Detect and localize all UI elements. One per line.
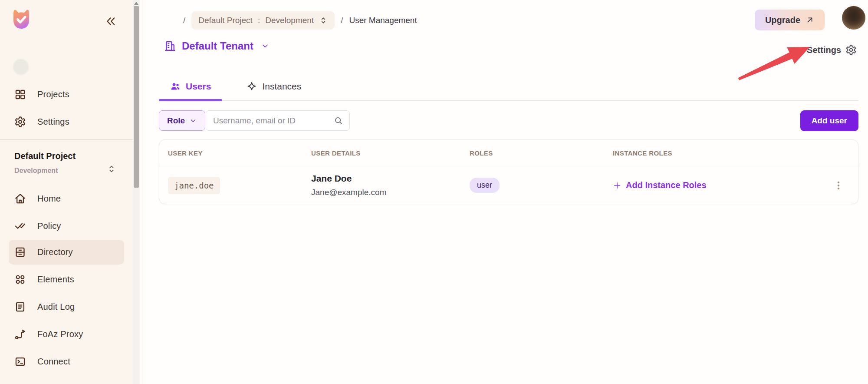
- app-logo-icon[interactable]: [10, 7, 33, 30]
- add-instance-roles-label: Add Instance Roles: [626, 180, 707, 190]
- home-icon: [14, 193, 26, 205]
- add-instance-roles-button[interactable]: Add Instance Roles: [613, 180, 831, 190]
- tab-label: Instances: [262, 81, 301, 92]
- sidebar-item-home[interactable]: Home: [0, 185, 133, 212]
- sidebar-item-label: Audit Log: [37, 302, 75, 312]
- filter-bar: Role Add user: [159, 110, 858, 131]
- users-icon: [170, 81, 181, 92]
- double-check-icon: [14, 220, 26, 232]
- sparkle-icon: [247, 81, 257, 92]
- table-header-row: USER KEY USER DETAILS ROLES INSTANCE ROL…: [159, 140, 858, 166]
- sidebar-item-foaz-proxy[interactable]: FoAz Proxy: [0, 321, 133, 348]
- unfold-icon[interactable]: [107, 164, 116, 174]
- arrow-up-right-icon: [806, 16, 814, 24]
- settings-label: Settings: [807, 45, 841, 55]
- scrollbar-thumb[interactable]: [134, 6, 139, 188]
- cabinet-icon: [14, 246, 26, 258]
- sidebar-item-policy[interactable]: Policy: [0, 212, 133, 240]
- sidebar-org-nav: Projects Settings: [0, 81, 133, 136]
- sidebar-collapse-button[interactable]: [104, 15, 117, 28]
- search-icon: [334, 116, 343, 126]
- user-email: Jane@example.com: [311, 188, 470, 197]
- sidebar-item-settings[interactable]: Settings: [0, 108, 133, 136]
- column-header-user-key: USER KEY: [168, 149, 311, 157]
- search-input[interactable]: [206, 116, 334, 126]
- table-row: jane.doe Jane Doe Jane@example.com user …: [159, 166, 858, 204]
- user-key-chip[interactable]: jane.doe: [168, 177, 220, 194]
- grid-icon: [14, 89, 26, 100]
- scroll-up-arrow-icon[interactable]: [134, 2, 138, 5]
- row-actions-menu-icon[interactable]: [831, 178, 846, 193]
- sidebar-item-audit-log[interactable]: Audit Log: [0, 293, 133, 321]
- main-content: / Default Project : Development / User M…: [142, 0, 868, 384]
- tenant-selector[interactable]: Default Tenant: [164, 40, 270, 52]
- avatar-image: [842, 6, 865, 30]
- tab-label: Users: [186, 81, 211, 92]
- sidebar-project-nav: Home Policy Directory Elements Audit Log…: [0, 185, 133, 375]
- project-name: Default Project: [14, 151, 120, 161]
- user-search: [206, 110, 350, 131]
- breadcrumb-project-env-selector[interactable]: Default Project : Development: [191, 11, 335, 30]
- sidebar-scrollbar[interactable]: [133, 0, 140, 384]
- tab-users[interactable]: Users: [159, 72, 222, 100]
- chevrons-left-icon: [104, 15, 117, 28]
- sidebar-item-projects[interactable]: Projects: [0, 81, 133, 108]
- upgrade-button[interactable]: Upgrade: [755, 10, 825, 30]
- sidebar-item-label: Home: [37, 194, 61, 204]
- role-badge[interactable]: user: [470, 178, 500, 193]
- chevron-down-icon: [189, 117, 197, 125]
- terminal-icon: [14, 356, 26, 367]
- breadcrumb-slash: /: [341, 16, 343, 25]
- column-header-user-details: USER DETAILS: [311, 149, 470, 157]
- user-name: Jane Doe: [311, 173, 470, 184]
- environment-name: Development: [14, 167, 120, 175]
- tab-instances[interactable]: Instances: [235, 72, 312, 100]
- settings-link[interactable]: Settings: [807, 44, 857, 56]
- sidebar-item-label: Policy: [37, 221, 61, 231]
- unfold-icon: [319, 16, 328, 25]
- sidebar-item-connect[interactable]: Connect: [0, 348, 133, 375]
- upgrade-label: Upgrade: [765, 15, 800, 25]
- sidebar-divider: [0, 139, 133, 140]
- audit-log-icon: [14, 301, 26, 313]
- sidebar-item-label: Directory: [37, 247, 73, 257]
- gear-icon: [845, 44, 857, 56]
- project-switcher[interactable]: Default Project Development: [14, 151, 120, 175]
- tenant-name: Default Tenant: [182, 40, 253, 52]
- role-filter-label: Role: [167, 116, 185, 126]
- add-user-button[interactable]: Add user: [800, 110, 858, 131]
- breadcrumb-slash: /: [183, 16, 185, 25]
- column-header-instance-roles: INSTANCE ROLES: [613, 149, 831, 157]
- sidebar: Projects Settings Default Project Develo…: [0, 0, 133, 384]
- gear-icon: [14, 116, 26, 128]
- breadcrumb: / Default Project : Development / User M…: [183, 10, 417, 30]
- sidebar-item-label: Projects: [37, 89, 69, 99]
- column-header-roles: ROLES: [470, 149, 613, 157]
- route-icon: [14, 328, 26, 340]
- breadcrumb-project: Default Project: [198, 16, 253, 25]
- breadcrumb-separator: :: [258, 16, 260, 25]
- breadcrumb-section: User Management: [349, 16, 417, 25]
- user-avatar[interactable]: [842, 6, 865, 30]
- tab-bar: Users Instances: [159, 72, 858, 101]
- sidebar-item-label: Settings: [37, 117, 69, 127]
- plus-icon: [613, 181, 621, 190]
- breadcrumb-environment: Development: [265, 16, 314, 25]
- sidebar-item-directory[interactable]: Directory: [9, 240, 124, 265]
- avatar-placeholder: [13, 59, 29, 75]
- sidebar-item-label: FoAz Proxy: [37, 329, 83, 339]
- sidebar-item-elements[interactable]: Elements: [0, 266, 133, 293]
- sidebar-item-label: Connect: [37, 357, 70, 367]
- chevron-down-icon: [261, 42, 270, 50]
- role-filter-dropdown[interactable]: Role: [159, 110, 205, 131]
- sidebar-item-label: Elements: [37, 275, 74, 285]
- elements-icon: [14, 274, 26, 285]
- users-table: USER KEY USER DETAILS ROLES INSTANCE ROL…: [159, 139, 858, 204]
- building-icon: [164, 40, 176, 52]
